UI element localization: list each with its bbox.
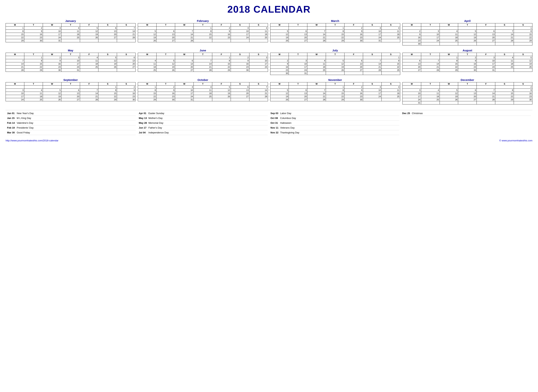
day-cell: 7 bbox=[194, 59, 212, 62]
day-cell: 22 bbox=[440, 65, 458, 69]
day-header: W bbox=[440, 82, 458, 85]
holiday-row: Oct 08Columbus Day bbox=[271, 116, 399, 121]
day-cell: 7 bbox=[477, 89, 495, 92]
day-cell bbox=[421, 27, 440, 30]
day-header: S bbox=[381, 53, 400, 56]
day-cell: 12 bbox=[43, 92, 61, 95]
month-title-june: June bbox=[138, 49, 268, 52]
footer-left-link[interactable]: http://www.yourmomhatesthis.com/2018-cal… bbox=[5, 139, 58, 142]
day-cell bbox=[440, 85, 458, 89]
day-cell: 24 bbox=[231, 36, 249, 39]
day-cell bbox=[402, 85, 421, 89]
month-title-october: October bbox=[138, 78, 268, 81]
day-cell: 7 bbox=[249, 85, 268, 89]
holiday-row: Feb 19Presidents' Day bbox=[7, 126, 136, 130]
day-cell: 23 bbox=[270, 69, 289, 72]
day-cell: 8 bbox=[514, 30, 533, 33]
day-cell: 6 bbox=[458, 89, 477, 92]
day-cell: 9 bbox=[344, 30, 363, 33]
day-cell bbox=[458, 42, 477, 46]
day-cell: 10 bbox=[61, 59, 80, 62]
day-cell: 24 bbox=[363, 95, 381, 98]
day-cell: 22 bbox=[212, 65, 231, 69]
day-header: T bbox=[326, 82, 344, 85]
month-title-february: February bbox=[138, 19, 268, 23]
day-cell: 31 bbox=[477, 69, 495, 72]
day-cell: 5 bbox=[138, 30, 157, 33]
day-cell: 28 bbox=[249, 95, 268, 98]
day-header: T bbox=[194, 53, 212, 56]
holiday-name: Father's Day bbox=[148, 126, 162, 129]
month-table-january: MTWTFSS123456789101112131415161718192021… bbox=[5, 23, 136, 42]
day-header: T bbox=[157, 23, 175, 27]
holiday-row: Jan 01New Year's Day bbox=[7, 111, 136, 116]
footer: http://www.yourmomhatesthis.com/2018-cal… bbox=[5, 139, 533, 142]
day-cell: 30 bbox=[514, 98, 533, 101]
day-cell: 20 bbox=[231, 92, 249, 95]
day-header: S bbox=[231, 53, 249, 56]
day-cell: 8 bbox=[440, 59, 458, 62]
day-header: F bbox=[344, 23, 363, 27]
day-cell: 27 bbox=[289, 39, 307, 42]
holiday-row: Nov 11Veterans Day bbox=[271, 126, 399, 130]
day-cell: 13 bbox=[477, 33, 495, 36]
day-header: S bbox=[363, 82, 381, 85]
day-cell: 30 bbox=[117, 98, 136, 101]
day-cell: 28 bbox=[495, 39, 514, 42]
day-cell: 20 bbox=[402, 65, 421, 69]
day-cell: 20 bbox=[344, 65, 363, 69]
day-cell: 19 bbox=[270, 36, 289, 39]
day-header: F bbox=[212, 82, 231, 85]
day-cell: 22 bbox=[326, 95, 344, 98]
day-cell: 25 bbox=[421, 98, 440, 101]
day-cell: 13 bbox=[61, 92, 80, 95]
day-cell: 23 bbox=[24, 36, 43, 39]
day-cell bbox=[6, 85, 24, 89]
day-cell: 21 bbox=[194, 65, 212, 69]
day-cell: 26 bbox=[514, 65, 533, 69]
day-cell: 19 bbox=[514, 62, 533, 65]
day-cell: 27 bbox=[231, 95, 249, 98]
day-cell bbox=[440, 101, 458, 104]
day-cell bbox=[212, 39, 231, 42]
day-cell: 9 bbox=[344, 89, 363, 92]
day-header: T bbox=[194, 23, 212, 27]
day-cell: 12 bbox=[440, 92, 458, 95]
day-cell: 1 bbox=[326, 85, 344, 89]
day-header: M bbox=[138, 53, 157, 56]
day-header: S bbox=[363, 53, 381, 56]
day-cell: 4 bbox=[249, 27, 268, 30]
day-header: M bbox=[138, 82, 157, 85]
day-cell: 2 bbox=[24, 27, 43, 30]
day-cell: 15 bbox=[138, 92, 157, 95]
footer-right-text: © www.yourmomhatesthis.com bbox=[499, 139, 533, 142]
day-cell: 3 bbox=[6, 89, 24, 92]
day-cell: 23 bbox=[43, 65, 61, 69]
holiday-row: Jul 04Independence Day bbox=[139, 130, 267, 135]
day-cell: 25 bbox=[194, 95, 212, 98]
day-cell: 20 bbox=[98, 33, 117, 36]
day-cell: 26 bbox=[138, 39, 157, 42]
day-cell: 17 bbox=[231, 33, 249, 36]
day-cell: 7 bbox=[421, 59, 440, 62]
day-cell: 8 bbox=[381, 59, 400, 62]
day-cell: 17 bbox=[363, 33, 381, 36]
day-cell bbox=[307, 85, 326, 89]
day-cell bbox=[326, 56, 344, 59]
day-header: F bbox=[477, 82, 495, 85]
day-cell: 19 bbox=[98, 62, 117, 65]
day-cell bbox=[495, 85, 514, 89]
day-cell bbox=[421, 101, 440, 104]
day-cell: 13 bbox=[458, 92, 477, 95]
day-cell: 17 bbox=[61, 62, 80, 65]
day-cell: 23 bbox=[157, 95, 175, 98]
day-cell: 26 bbox=[157, 69, 175, 72]
day-cell: 23 bbox=[458, 65, 477, 69]
day-header: T bbox=[421, 23, 440, 27]
day-cell: 12 bbox=[138, 33, 157, 36]
day-cell: 30 bbox=[43, 69, 61, 72]
day-header: T bbox=[24, 82, 43, 85]
day-cell: 19 bbox=[326, 65, 344, 69]
day-cell: 18 bbox=[495, 62, 514, 65]
day-cell: 23 bbox=[344, 36, 363, 39]
